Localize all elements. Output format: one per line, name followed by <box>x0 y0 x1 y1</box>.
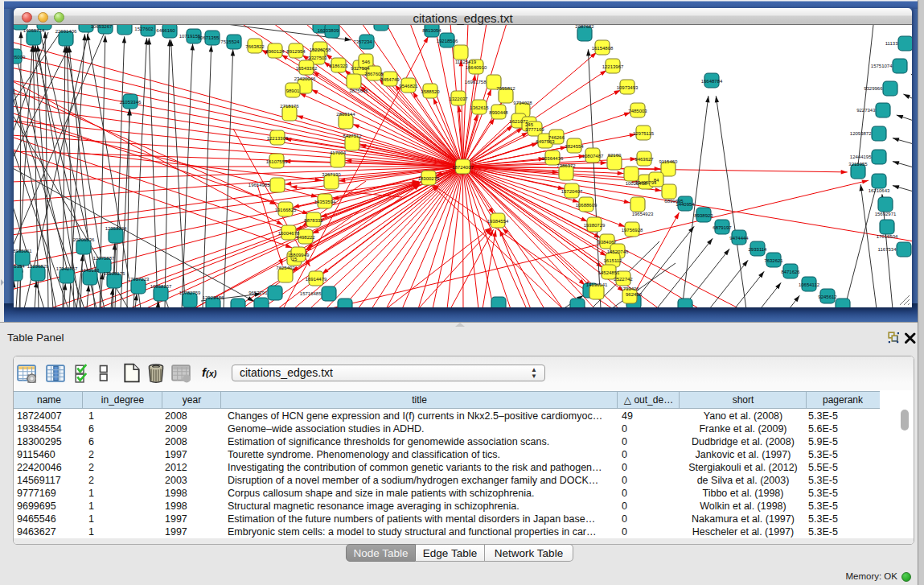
svg-text:3824554: 3824554 <box>565 144 584 149</box>
svg-text:12359924: 12359924 <box>105 226 127 231</box>
svg-text:16107553: 16107553 <box>266 159 288 164</box>
svg-text:14520746: 14520746 <box>607 249 629 254</box>
svg-text:546: 546 <box>362 60 371 64</box>
svg-text:6899695: 6899695 <box>664 199 684 204</box>
svg-text:18300275: 18300275 <box>418 176 440 181</box>
svg-text:20364436: 20364436 <box>542 156 564 161</box>
svg-text:62160: 62160 <box>608 153 622 158</box>
svg-text:1167534: 1167534 <box>878 247 897 252</box>
svg-text:15720407: 15720407 <box>561 189 583 194</box>
svg-text:9546821: 9546821 <box>399 84 418 89</box>
svg-text:7663822: 7663822 <box>245 44 265 49</box>
svg-text:12444195: 12444195 <box>850 154 872 159</box>
svg-text:9327504: 9327504 <box>351 66 370 71</box>
svg-text:8813054: 8813054 <box>422 28 441 33</box>
svg-text:746266: 746266 <box>548 135 565 140</box>
svg-text:22691406: 22691406 <box>55 29 77 34</box>
svg-text:417004: 417004 <box>330 150 347 155</box>
svg-text:10973493: 10973493 <box>617 85 639 90</box>
svg-text:8878332: 8878332 <box>304 218 323 223</box>
svg-text:1527602: 1527602 <box>134 27 154 31</box>
svg-text:3267130: 3267130 <box>322 172 341 177</box>
svg-text:10807487: 10807487 <box>582 154 604 159</box>
svg-text:9245612: 9245612 <box>818 295 837 299</box>
svg-text:2522742: 2522742 <box>614 277 633 282</box>
svg-text:19384554: 19384554 <box>487 219 509 224</box>
svg-text:16961758: 16961758 <box>465 80 487 84</box>
svg-text:8186323: 8186323 <box>329 64 348 68</box>
svg-text:19654985: 19654985 <box>248 183 270 187</box>
svg-text:12923486: 12923486 <box>203 295 224 300</box>
svg-text:15716485: 15716485 <box>300 291 322 296</box>
svg-text:9327503: 9327503 <box>308 56 327 60</box>
svg-text:9463627: 9463627 <box>634 157 654 162</box>
svg-text:16154808: 16154808 <box>592 46 614 51</box>
svg-text:2803144: 2803144 <box>336 112 355 117</box>
svg-text:2718176: 2718176 <box>280 104 299 109</box>
svg-text:8471626: 8471626 <box>781 270 800 274</box>
svg-text:10958157: 10958157 <box>150 284 172 289</box>
svg-text:12975887: 12975887 <box>93 256 115 261</box>
svg-text:7515524: 7515524 <box>220 39 240 44</box>
svg-text:11325419: 11325419 <box>455 60 477 64</box>
svg-text:7357234: 7357234 <box>353 39 372 44</box>
svg-text:19756928: 19756928 <box>622 228 643 233</box>
svg-text:84: 84 <box>654 178 659 183</box>
svg-text:3215955: 3215955 <box>848 162 868 167</box>
svg-text:26726009: 26726009 <box>14 55 26 60</box>
svg-text:2933114: 2933114 <box>749 247 768 252</box>
svg-text:4498222: 4498222 <box>296 235 315 240</box>
svg-text:2867608: 2867608 <box>364 72 384 76</box>
svg-text:14524851: 14524851 <box>598 270 620 275</box>
svg-text:1733426: 1733426 <box>620 286 639 291</box>
svg-text:16033809: 16033809 <box>318 28 339 33</box>
svg-text:8935061: 8935061 <box>14 249 32 253</box>
svg-text:16914479: 16914479 <box>306 277 327 282</box>
svg-text:1588520: 1588520 <box>421 89 440 94</box>
svg-text:9777169: 9777169 <box>525 127 544 132</box>
svg-text:19380729: 19380729 <box>584 223 606 228</box>
svg-text:9227343: 9227343 <box>856 108 876 113</box>
svg-text:11133: 11133 <box>885 41 898 46</box>
svg-text:7485003: 7485003 <box>628 109 647 113</box>
svg-text:17942757: 17942757 <box>56 266 78 271</box>
svg-text:7632621: 7632621 <box>764 258 783 263</box>
svg-text:15751074: 15751074 <box>871 64 893 68</box>
svg-text:8938923: 8938923 <box>694 213 713 218</box>
svg-text:23420046: 23420046 <box>294 76 316 81</box>
svg-text:15692971: 15692971 <box>875 212 897 216</box>
svg-text:12975115: 12975115 <box>633 131 655 136</box>
svg-text:10654112: 10654112 <box>799 282 820 287</box>
svg-text:20206536: 20206536 <box>73 237 95 242</box>
svg-text:19218506: 19218506 <box>437 39 458 43</box>
svg-text:12505175: 12505175 <box>104 271 125 276</box>
svg-text:16648784: 16648784 <box>701 79 723 84</box>
svg-text:962450: 962450 <box>626 292 643 297</box>
svg-text:9474444: 9474444 <box>729 236 749 241</box>
svg-text:17016504: 17016504 <box>877 234 898 239</box>
svg-text:9734028: 9734028 <box>513 101 532 105</box>
svg-text:16210643: 16210643 <box>869 188 890 193</box>
svg-text:10671355: 10671355 <box>198 35 220 40</box>
svg-text:16543362: 16543362 <box>296 66 318 71</box>
svg-text:12156829: 12156829 <box>27 264 49 269</box>
svg-text:1145193: 1145193 <box>81 268 101 273</box>
svg-text:8427512: 8427512 <box>343 134 362 138</box>
svg-text:9657791: 9657791 <box>248 290 268 295</box>
svg-text:10688609: 10688609 <box>576 203 598 208</box>
svg-text:10653267: 10653267 <box>91 25 113 29</box>
svg-text:9329966: 9329966 <box>864 86 883 91</box>
svg-text:3915154: 3915154 <box>14 264 25 269</box>
svg-text:6466160: 6466160 <box>156 28 175 33</box>
svg-text:3875645: 3875645 <box>349 89 368 93</box>
svg-text:21053346: 21053346 <box>120 100 142 105</box>
svg-text:15226058: 15226058 <box>310 47 331 52</box>
svg-text:17957223: 17957223 <box>128 277 150 282</box>
svg-text:1362615: 1362615 <box>470 105 489 110</box>
svg-text:8912954: 8912954 <box>286 49 306 54</box>
svg-text:6879197: 6879197 <box>713 225 732 230</box>
svg-text:18724007: 18724007 <box>452 165 474 170</box>
svg-text:9384067: 9384067 <box>598 240 617 245</box>
svg-text:16782759: 16782759 <box>179 290 201 295</box>
svg-text:15809949: 15809949 <box>288 253 310 257</box>
